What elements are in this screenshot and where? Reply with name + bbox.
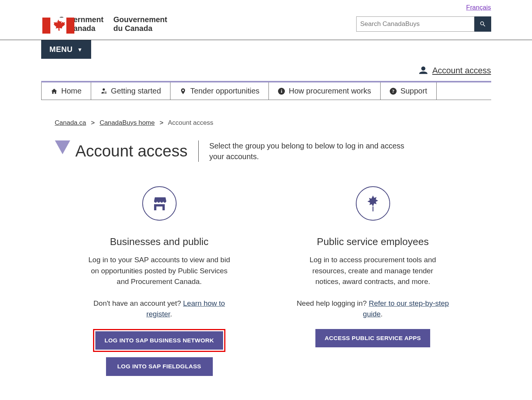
card-description: Log in to your SAP accounts to view and … [83,255,236,287]
account-access-link[interactable]: Account access [432,66,491,76]
tab-support[interactable]: ? Support [381,82,437,100]
search-button[interactable] [474,16,491,32]
goc-fr-1: Gouvernement [113,15,167,24]
breadcrumb: Canada.ca > CanadaBuys home > Account ac… [41,100,491,127]
tab-home[interactable]: Home [41,82,91,100]
search-form [356,16,491,32]
tab-how-procurement-works[interactable]: i How procurement works [269,82,381,100]
user-icon [418,66,428,76]
card-title: Businesses and public [83,236,236,248]
home-icon [51,88,58,95]
menu-button[interactable]: MENU ▼ [41,40,91,59]
help-post: . [170,310,172,318]
tab-getting-started[interactable]: Getting started [91,82,170,100]
search-input[interactable] [356,16,474,32]
tag-icon [180,88,186,95]
help-post: . [381,310,383,318]
card-help: Need help logging in? Refer to our step-… [297,298,449,320]
highlighted-button-frame: LOG INTO SAP BUSINESS NETWORK [93,329,225,352]
menu-label: MENU [50,45,73,54]
goc-fr-2: du Canada [113,24,167,33]
getting-started-icon [100,88,107,95]
page-title: Account access [76,142,188,160]
access-public-service-apps-button[interactable]: ACCESS PUBLIC SERVICE APPS [315,329,430,348]
tab-tender-opportunities[interactable]: Tender opportunities [170,82,269,100]
crumb-current: Account access [168,119,213,126]
card-public-service: Public service employees Log in to acces… [297,186,449,381]
svg-rect-0 [42,18,50,34]
chevron-down-icon: ▼ [77,47,82,53]
search-icon [479,21,486,27]
help-icon: ? [390,88,397,95]
crumb-canada[interactable]: Canada.ca [55,119,86,126]
crumb-sep: > [159,119,163,126]
tab-label: How procurement works [289,87,371,95]
login-sap-fieldglass-button[interactable]: LOG INTO SAP FIELDGLASS [106,357,213,376]
canada-flag-icon [41,18,54,31]
page-subtitle: Select the group you belong to below to … [209,140,408,162]
tab-label: Home [61,87,82,95]
tab-label: Getting started [111,87,161,95]
help-pre: Don't have an account yet? [93,299,183,307]
svg-rect-1 [66,18,74,34]
crumb-cbhome[interactable]: CanadaBuys home [100,119,155,126]
title-wedge-icon [55,140,70,154]
tab-label: Support [400,87,427,95]
login-sap-business-button[interactable]: LOG INTO SAP BUSINESS NETWORK [95,331,223,350]
card-businesses: Businesses and public Log in to your SAP… [83,186,236,381]
card-help: Don't have an account yet? Learn how to … [83,298,236,320]
store-icon [142,186,177,221]
crumb-sep: > [91,119,95,126]
info-icon: i [278,88,285,95]
card-description: Log in to access procurement tools and r… [297,255,449,287]
card-title: Public service employees [297,236,449,248]
language-toggle[interactable]: Français [466,4,491,11]
step-guide-link[interactable]: Refer to our step-by-step guide [363,299,449,318]
tab-label: Tender opportunities [190,87,259,95]
maple-leaf-icon [356,186,390,221]
main-nav: Home Getting started Tender opportunitie… [41,81,491,100]
help-pre: Need help logging in? [297,299,369,307]
goc-signature: Government of Canada Gouvernement du Can… [41,15,167,33]
